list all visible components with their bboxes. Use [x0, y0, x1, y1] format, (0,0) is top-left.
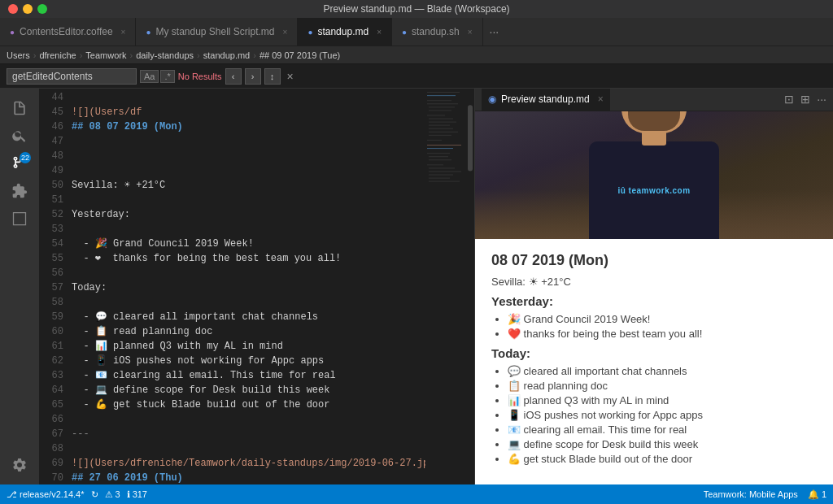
preview-tab[interactable]: ◉ Preview standup.md × — [482, 89, 610, 111]
tab-standup-sh[interactable]: ● standup.sh × — [392, 18, 483, 46]
warning-icon: ⚠ — [105, 489, 113, 500]
preview-split-icon[interactable]: ⊡ — [784, 93, 794, 106]
activity-settings-icon[interactable] — [7, 452, 33, 478]
breadcrumb-sep: › — [80, 50, 83, 60]
preview-more-icon[interactable]: ··· — [817, 93, 826, 106]
tab-contents-editor[interactable]: ● ContentsEditor.coffee × — [0, 18, 136, 46]
code-line: - 📊 planned Q3 with my AL in mind — [72, 339, 425, 354]
activity-bar: 22 — [0, 89, 39, 484]
editor-area: 4445464748 4950515253 5455565758 5960616… — [39, 89, 833, 484]
breadcrumb-dfreniche[interactable]: dfreniche — [39, 50, 76, 60]
search-close-button[interactable]: × — [287, 70, 294, 83]
svg-rect-9 — [429, 122, 456, 123]
tab-bar: ● ContentsEditor.coffee × ● My standup S… — [0, 18, 833, 46]
activity-search-icon[interactable] — [7, 123, 33, 149]
list-item: 💻 define scope for Desk build this week — [508, 438, 817, 450]
breadcrumb: Users › dfreniche › Teamwork › daily-sta… — [0, 46, 833, 64]
preview-close-icon[interactable]: × — [598, 93, 604, 105]
code-line: - 📱 iOS pushes not working for Appc apps — [72, 354, 425, 368]
code-line — [72, 266, 425, 280]
minimize-button[interactable] — [23, 4, 33, 14]
sync-item[interactable]: ↻ — [91, 489, 98, 500]
activity-explorer-icon[interactable] — [7, 206, 33, 232]
status-left: ⎇ release/v2.14.4* ↻ ⚠ 3 ℹ 317 — [7, 489, 147, 500]
close-icon[interactable]: × — [121, 28, 126, 37]
info-count-item[interactable]: ℹ 317 — [127, 489, 147, 500]
code-line: ![](Users/df — [72, 105, 425, 119]
tab-standup-shell[interactable]: ● My standup Shell Script.md × — [136, 18, 298, 46]
breadcrumb-standups[interactable]: daily-standups — [136, 50, 194, 60]
preview-tab-label: Preview standup.md — [501, 93, 590, 105]
svg-rect-25 — [429, 181, 460, 182]
code-line — [72, 222, 425, 237]
search-result-badge: No Results — [178, 72, 222, 81]
search-prev-button[interactable]: ‹ — [225, 68, 242, 85]
traffic-lights — [8, 4, 47, 14]
close-button[interactable] — [8, 4, 18, 14]
svg-rect-7 — [427, 115, 445, 115]
svg-rect-6 — [429, 110, 451, 111]
svg-rect-21 — [429, 167, 455, 168]
svg-rect-19 — [429, 159, 451, 160]
svg-rect-4 — [427, 103, 458, 104]
code-line: Sevilla: ☀ +21°C — [72, 178, 425, 193]
svg-rect-8 — [429, 119, 453, 119]
svg-rect-1 — [427, 92, 460, 93]
svg-rect-23 — [429, 175, 453, 176]
preview-yesterday-title: Yesterday: — [491, 294, 817, 308]
warnings-item[interactable]: ⚠ 3 — [105, 489, 120, 500]
project-name-item[interactable]: Teamwork: Mobile Apps — [704, 489, 798, 499]
breadcrumb-section[interactable]: ## 09 07 2019 (Tue) — [259, 50, 340, 60]
close-icon[interactable]: × — [377, 28, 382, 37]
preview-grid-icon[interactable]: ⊞ — [800, 93, 810, 106]
code-editor: 4445464748 4950515253 5455565758 5960616… — [39, 89, 474, 484]
code-line: - 📧 clearing all email. This time for re… — [72, 368, 425, 383]
fullscreen-button[interactable] — [37, 4, 47, 14]
list-item: 💬 cleared all important chat channels — [508, 365, 817, 377]
code-line: - 💪 get stuck Blade build out of the doo… — [72, 398, 425, 412]
svg-rect-13 — [429, 135, 451, 136]
bell-icon: 🔔 — [808, 489, 819, 500]
tab-standup-md[interactable]: ● standup.md × — [298, 18, 392, 46]
notification-item[interactable]: 🔔 1 — [808, 489, 826, 500]
code-line: ![](Users/dfreniche/Teamwork/daily-stand… — [72, 456, 425, 471]
code-line — [72, 149, 425, 163]
close-icon[interactable]: × — [283, 28, 288, 37]
window-title: Preview standup.md — Blade (Workspace) — [323, 3, 509, 15]
breadcrumb-sep: › — [129, 50, 133, 60]
search-case-sensitive[interactable]: Aa — [140, 70, 159, 83]
svg-rect-16 — [427, 148, 453, 149]
main-layout: 22 4445464748 4950515253 5455565758 5960… — [0, 89, 833, 484]
code-line: Today: — [72, 280, 425, 295]
git-branch-item[interactable]: ⎇ release/v2.14.4* — [7, 489, 85, 500]
breadcrumb-teamwork[interactable]: Teamwork — [85, 50, 126, 60]
notification-count: 1 — [822, 489, 826, 499]
search-all-button[interactable]: ↕ — [264, 68, 281, 85]
svg-rect-14 — [427, 140, 442, 141]
tab-overflow-button[interactable]: ··· — [483, 18, 506, 46]
git-branch-icon: ⎇ — [7, 489, 17, 500]
code-line — [72, 163, 425, 178]
activity-files-icon[interactable] — [7, 95, 33, 121]
breadcrumb-sep: › — [253, 50, 256, 60]
code-line — [72, 193, 425, 207]
activity-source-control-icon[interactable]: 22 — [7, 150, 33, 176]
breadcrumb-file[interactable]: standup.md — [203, 50, 250, 60]
search-input[interactable] — [7, 68, 137, 85]
code-line: - 📋 read planning doc — [72, 324, 425, 339]
search-regex[interactable]: .* — [160, 70, 174, 83]
tab-label: standup.md — [317, 26, 369, 37]
preview-yesterday-list: 🎉 Grand Council 2019 Week! ❤️ thanks for… — [491, 313, 817, 340]
source-control-badge: 22 — [20, 152, 31, 163]
preview-panel: ◉ Preview standup.md × ⊡ ⊞ ··· — [474, 89, 833, 484]
svg-rect-22 — [429, 171, 461, 172]
search-next-button[interactable]: › — [245, 68, 261, 85]
code-line — [72, 90, 425, 105]
breadcrumb-users[interactable]: Users — [7, 50, 30, 60]
close-icon[interactable]: × — [468, 28, 473, 37]
activity-extensions-icon[interactable] — [7, 178, 33, 204]
info-count: 317 — [133, 489, 147, 499]
code-line — [72, 412, 425, 427]
svg-rect-15 — [427, 145, 461, 146]
code-line: - 💬 cleared all important chat channels — [72, 310, 425, 324]
